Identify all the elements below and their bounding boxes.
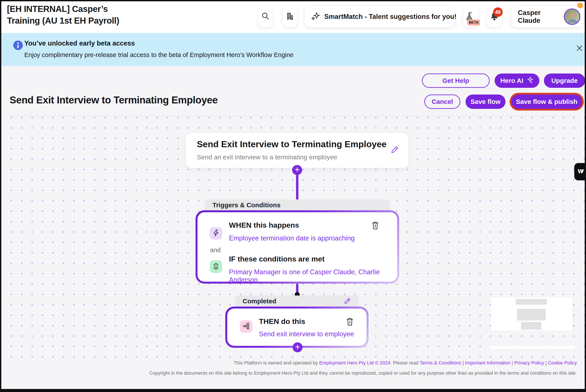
app-window: [EH INTERNAL] Casper’s Training (AU 1st … bbox=[0, 0, 586, 392]
triggers-node-inner: WHEN this happens Employee termination d… bbox=[197, 212, 397, 282]
org-title-line2: Training (AU 1st EH Payroll) bbox=[7, 15, 119, 26]
footer-important-link[interactable]: Important Information bbox=[465, 360, 510, 366]
action-node-card[interactable]: THEN do this Send exit interview to empl… bbox=[225, 306, 369, 348]
action-node-inner: THEN do this Send exit interview to empl… bbox=[227, 308, 367, 346]
plus-icon bbox=[295, 344, 300, 350]
notification-count-badge: 49 bbox=[493, 7, 503, 17]
smartmatch-banner-button[interactable]: SmartMatch - Talent suggestions for you! bbox=[305, 6, 455, 27]
layers-icon bbox=[212, 262, 220, 271]
then-value-link[interactable]: Send exit interview to employee bbox=[259, 330, 354, 338]
organisation-button[interactable] bbox=[282, 6, 297, 27]
beta-labs-button[interactable]: BETA bbox=[463, 6, 478, 27]
org-title-line1: [EH INTERNAL] Casper’s bbox=[7, 3, 119, 15]
edit-flow-title-icon[interactable] bbox=[390, 145, 399, 154]
sparkle-icon bbox=[526, 76, 534, 85]
delete-trigger-icon[interactable] bbox=[371, 221, 379, 230]
loading-widget-strip bbox=[490, 346, 575, 349]
banner-title: You’ve unlocked early beta access bbox=[24, 40, 135, 47]
avatar bbox=[564, 8, 580, 25]
footer-privacy-link[interactable]: Privacy Policy bbox=[514, 360, 544, 366]
footer-legal-line1: This Platform is owned and operated by E… bbox=[234, 360, 577, 366]
lightning-icon bbox=[212, 229, 220, 238]
upgrade-button[interactable]: Upgrade bbox=[544, 74, 585, 88]
plus-icon bbox=[294, 167, 300, 173]
w-logo-icon bbox=[576, 167, 585, 176]
footer-owner-link[interactable]: Employment Hero Pty Ltd © 2024 bbox=[319, 360, 390, 366]
get-help-label: Get Help bbox=[442, 77, 469, 84]
beta-access-banner: You’ve unlocked early beta access Enjoy … bbox=[1, 33, 585, 66]
org-title: [EH INTERNAL] Casper’s Training (AU 1st … bbox=[7, 3, 119, 26]
edit-completed-group-icon[interactable] bbox=[343, 297, 351, 305]
connector-line-middle bbox=[296, 284, 299, 293]
trigger-chip bbox=[210, 227, 222, 240]
notifications-button[interactable]: 49 bbox=[487, 6, 502, 27]
cancel-button[interactable]: Cancel bbox=[424, 94, 460, 109]
footer-prefix: This Platform is owned and operated by bbox=[234, 360, 319, 366]
search-icon bbox=[261, 12, 270, 22]
beta-badge: BETA bbox=[467, 20, 480, 26]
add-step-button-bottom[interactable] bbox=[292, 342, 303, 352]
if-heading: IF these conditions are met bbox=[229, 255, 325, 263]
footer-separator: | bbox=[544, 360, 548, 366]
add-step-button-top[interactable] bbox=[292, 165, 302, 175]
triggers-node-card[interactable]: WHEN this happens Employee termination d… bbox=[196, 210, 399, 284]
loading-widget bbox=[491, 298, 572, 330]
corner-indicator-dot bbox=[577, 2, 583, 8]
flow-subtitle: Send an exit interview to a terminating … bbox=[197, 154, 337, 161]
cancel-label: Cancel bbox=[432, 98, 453, 105]
flow-title: Send Exit Interview to Terminating Emplo… bbox=[197, 139, 387, 150]
search-button[interactable] bbox=[258, 6, 273, 27]
save-flow-label: Save flow bbox=[471, 98, 500, 105]
banner-body: Enjoy complimentary pre-release trial ac… bbox=[24, 52, 294, 58]
footer-legal-line2: Copyright in the documents on this site … bbox=[149, 370, 577, 376]
get-help-button[interactable]: Get Help bbox=[422, 74, 490, 88]
and-label: and bbox=[210, 246, 220, 254]
hero-ai-button[interactable]: Hero AI bbox=[495, 74, 539, 88]
close-icon[interactable] bbox=[575, 44, 584, 52]
triggers-group-label: Triggers & Conditions bbox=[212, 202, 280, 209]
user-menu-button[interactable]: Casper Claude bbox=[511, 6, 583, 27]
footer-mid: . Please read bbox=[390, 360, 420, 366]
triggers-group-header: Triggers & Conditions bbox=[205, 200, 390, 211]
footer-terms-link[interactable]: Terms & Conditions bbox=[420, 360, 461, 366]
page-title: Send Exit Interview to Terminating Emplo… bbox=[10, 94, 218, 106]
save-flow-button[interactable]: Save flow bbox=[466, 94, 505, 109]
completed-group-label: Completed bbox=[243, 298, 276, 305]
user-name: Casper Claude bbox=[518, 9, 564, 24]
footer-separator: | bbox=[510, 360, 514, 366]
delete-action-icon[interactable] bbox=[346, 317, 354, 326]
hero-ai-label: Hero AI bbox=[500, 77, 523, 84]
upgrade-label: Upgrade bbox=[551, 77, 578, 84]
save-flow-publish-button[interactable]: Save flow & publish bbox=[511, 94, 582, 109]
footer-separator: | bbox=[461, 360, 465, 366]
skeleton-bar bbox=[521, 322, 541, 330]
when-heading: WHEN this happens bbox=[229, 221, 299, 230]
action-chip bbox=[240, 320, 252, 333]
w-edge-widget-button[interactable] bbox=[574, 163, 586, 180]
flow-title-card[interactable]: Send Exit Interview to Terminating Emplo… bbox=[186, 133, 408, 168]
skeleton-bar bbox=[516, 299, 547, 304]
workflow-branch-icon bbox=[242, 322, 250, 331]
then-heading: THEN do this bbox=[259, 317, 305, 326]
skeleton-bar bbox=[517, 309, 546, 320]
condition-chip bbox=[210, 260, 222, 273]
footer-cookie-link[interactable]: Cookie Policy bbox=[548, 360, 577, 366]
building-icon bbox=[285, 12, 294, 22]
save-flow-publish-label: Save flow & publish bbox=[516, 98, 577, 105]
sparkles-icon bbox=[311, 12, 320, 22]
completed-group-header: Completed bbox=[235, 296, 359, 307]
if-value-link[interactable]: Primary Manager is one of Casper Claude,… bbox=[229, 268, 397, 284]
smartmatch-label: SmartMatch - Talent suggestions for you! bbox=[324, 13, 456, 20]
top-bar: [EH INTERNAL] Casper’s Training (AU 1st … bbox=[1, 1, 585, 33]
when-value-link[interactable]: Employee termination date is approaching bbox=[229, 234, 355, 242]
info-icon bbox=[13, 40, 23, 50]
